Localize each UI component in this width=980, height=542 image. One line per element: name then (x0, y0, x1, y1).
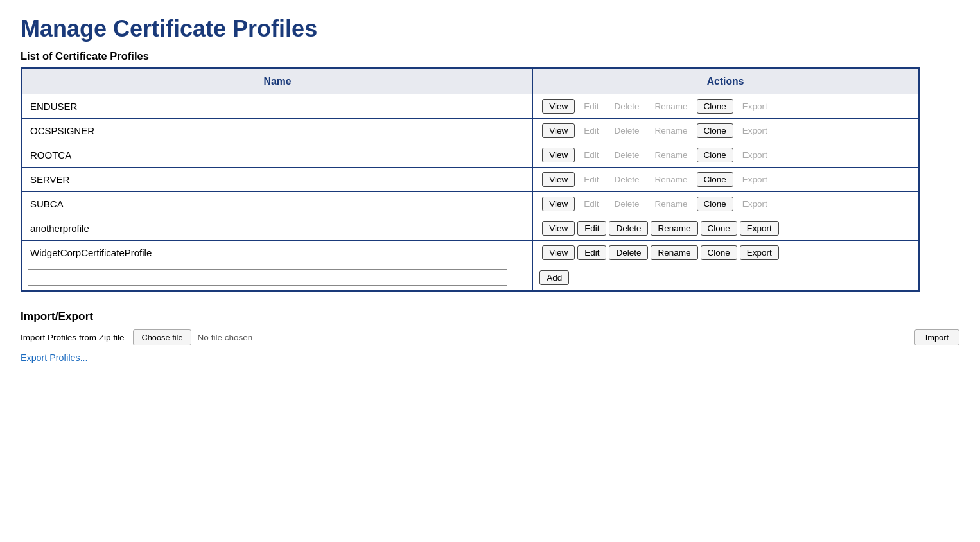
clone-button[interactable]: Clone (701, 221, 737, 236)
rename-button-disabled: Rename (648, 124, 694, 137)
export-button-disabled: Export (736, 148, 774, 162)
edit-button-disabled: Edit (577, 197, 605, 211)
table-row: anotherprofileViewEditDeleteRenameCloneE… (22, 216, 918, 241)
profile-name-cell: SUBCA (22, 192, 533, 216)
view-button[interactable]: View (542, 221, 575, 236)
view-button[interactable]: View (542, 172, 575, 187)
rename-button-disabled: Rename (648, 197, 694, 211)
edit-button[interactable]: Edit (577, 245, 606, 260)
delete-button-disabled: Delete (608, 197, 645, 211)
clone-button[interactable]: Clone (697, 172, 733, 187)
export-button[interactable]: Export (740, 221, 779, 236)
no-file-text: No file chosen (198, 333, 253, 342)
add-button-cell: Add (533, 265, 918, 290)
profile-name-cell: OCSPSIGNER (22, 119, 533, 143)
export-button-disabled: Export (736, 173, 774, 186)
add-profile-row: Add (22, 265, 918, 290)
profile-actions-cell: ViewEditDeleteRenameCloneExport (533, 241, 918, 265)
table-row: ROOTCAViewEditDeleteRenameCloneExport (22, 143, 918, 168)
view-button[interactable]: View (542, 148, 575, 162)
edit-button-disabled: Edit (577, 148, 605, 162)
export-button[interactable]: Export (740, 245, 779, 260)
profile-actions-cell: ViewEditDeleteRenameCloneExport (533, 119, 918, 143)
table-row: SUBCAViewEditDeleteRenameCloneExport (22, 192, 918, 216)
view-button[interactable]: View (542, 99, 575, 114)
export-button-disabled: Export (736, 197, 774, 211)
col-header-actions: Actions (533, 69, 918, 94)
rename-button-disabled: Rename (648, 100, 694, 113)
export-button-disabled: Export (736, 100, 774, 113)
edit-button[interactable]: Edit (577, 221, 606, 236)
clone-button[interactable]: Clone (697, 148, 733, 162)
clone-button[interactable]: Clone (697, 99, 733, 114)
table-row: WidgetCorpCertificateProfileViewEditDele… (22, 241, 918, 265)
edit-button-disabled: Edit (577, 100, 605, 113)
profile-name-cell: SERVER (22, 168, 533, 192)
export-profiles-link[interactable]: Export Profiles... (21, 353, 88, 363)
new-profile-name-cell (22, 265, 533, 290)
delete-button-disabled: Delete (608, 173, 645, 186)
rename-button-disabled: Rename (648, 148, 694, 162)
rename-button[interactable]: Rename (651, 245, 697, 260)
profile-actions-cell: ViewEditDeleteRenameCloneExport (533, 143, 918, 168)
delete-button-disabled: Delete (608, 148, 645, 162)
table-row: SERVERViewEditDeleteRenameCloneExport (22, 168, 918, 192)
import-export-section: Import/Export Import Profiles from Zip f… (21, 310, 959, 363)
profile-actions-cell: ViewEditDeleteRenameCloneExport (533, 216, 918, 241)
view-button[interactable]: View (542, 245, 575, 260)
profile-actions-cell: ViewEditDeleteRenameCloneExport (533, 192, 918, 216)
col-header-name: Name (22, 69, 533, 94)
import-row: Import Profiles from Zip file Choose fil… (21, 329, 959, 345)
delete-button-disabled: Delete (608, 100, 645, 113)
add-button[interactable]: Add (539, 270, 569, 285)
table-row: OCSPSIGNERViewEditDeleteRenameCloneExpor… (22, 119, 918, 143)
profiles-table: Name Actions ENDUSERViewEditDeleteRename… (22, 69, 918, 290)
rename-button-disabled: Rename (648, 173, 694, 186)
clone-button[interactable]: Clone (697, 123, 733, 138)
view-button[interactable]: View (542, 123, 575, 138)
import-button[interactable]: Import (914, 329, 959, 345)
list-heading: List of Certificate Profiles (21, 50, 959, 62)
view-button[interactable]: View (542, 197, 575, 211)
edit-button-disabled: Edit (577, 124, 605, 137)
clone-button[interactable]: Clone (701, 245, 737, 260)
page-title: Manage Certificate Profiles (21, 15, 959, 42)
import-export-heading: Import/Export (21, 310, 959, 323)
profile-name-cell: ENDUSER (22, 94, 533, 119)
profile-name-cell: WidgetCorpCertificateProfile (22, 241, 533, 265)
delete-button[interactable]: Delete (609, 245, 648, 260)
new-profile-name-input[interactable] (28, 269, 507, 286)
import-label: Import Profiles from Zip file (21, 333, 124, 342)
profile-actions-cell: ViewEditDeleteRenameCloneExport (533, 168, 918, 192)
delete-button-disabled: Delete (608, 124, 645, 137)
delete-button[interactable]: Delete (609, 221, 648, 236)
profile-actions-cell: ViewEditDeleteRenameCloneExport (533, 94, 918, 119)
edit-button-disabled: Edit (577, 173, 605, 186)
clone-button[interactable]: Clone (697, 197, 733, 211)
profile-name-cell: ROOTCA (22, 143, 533, 168)
choose-file-button[interactable]: Choose file (133, 329, 191, 345)
rename-button[interactable]: Rename (651, 221, 697, 236)
export-button-disabled: Export (736, 124, 774, 137)
profile-name-cell: anotherprofile (22, 216, 533, 241)
table-row: ENDUSERViewEditDeleteRenameCloneExport (22, 94, 918, 119)
